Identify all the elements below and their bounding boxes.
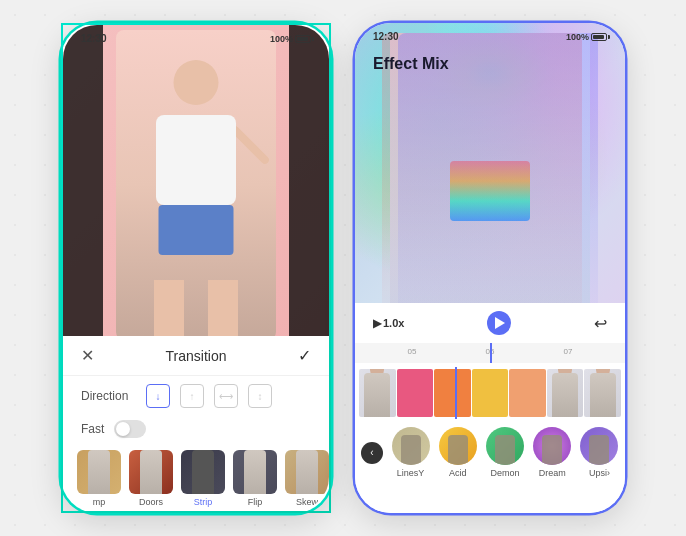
status-bar-left: 12:30 100% [63, 25, 329, 48]
person-body: NYC [156, 115, 236, 205]
battery-icon-left [295, 35, 311, 43]
controls-area-right: ▶ 1.0x ↩ 05 06 07 [355, 303, 625, 513]
prev-icon: ‹ [370, 447, 373, 458]
thumb-img-flip [233, 450, 277, 494]
person-silhouette: NYC [116, 30, 276, 340]
fast-row: Fast [63, 416, 329, 442]
person-legs-left [154, 280, 184, 340]
battery-left: 100% [270, 34, 311, 44]
thumb-label-skew: Skew [296, 497, 318, 507]
effect-thumb-demon [486, 427, 524, 465]
effect-item-upsid[interactable]: Upsi› [580, 427, 619, 478]
thumb-item-jump[interactable]: mp [77, 450, 121, 507]
timeline-cursor [490, 343, 492, 363]
effect-item-demon[interactable]: Demon [485, 427, 524, 478]
playback-row: ▶ 1.0x ↩ [355, 303, 625, 343]
eff-person-acid [448, 435, 468, 465]
thumbnails-strip: mp Doors Strip [63, 442, 329, 513]
video-area-left: NYC [63, 25, 329, 345]
speed-badge[interactable]: ▶ 1.0x [373, 317, 404, 330]
mini-person-doors [140, 450, 162, 494]
thumb-img-doors [129, 450, 173, 494]
direction-down-btn[interactable]: ↓ [146, 384, 170, 408]
eff-person-linesy [401, 435, 421, 465]
thumb-item-strip[interactable]: Strip [181, 450, 225, 507]
direction-right-btn[interactable]: ↕ [248, 384, 272, 408]
effect-label-demon: Demon [491, 468, 520, 478]
controls-area-left: ✕ Transition ✓ Direction ↓ ↑ ⟷ ↕ Fast [63, 336, 329, 511]
direction-left-btn[interactable]: ⟷ [214, 384, 238, 408]
fast-label: Fast [81, 422, 104, 436]
phones-container: 12:30 100% NYC [61, 23, 625, 513]
timeline-row: 05 06 07 [355, 343, 625, 367]
effect-item-linesy[interactable]: LinesY [391, 427, 430, 478]
person-legs-right [208, 280, 238, 340]
video-background: NYC [63, 25, 329, 345]
film-mini-person-2 [552, 373, 578, 417]
play-icon [495, 317, 505, 329]
effect-item-dream[interactable]: Dream [533, 427, 572, 478]
undo-icon[interactable]: ↩ [594, 314, 607, 333]
eff-person-dream [542, 435, 562, 465]
transition-title: Transition [166, 348, 227, 364]
effect-thumb-acid [439, 427, 477, 465]
mini-person-strip [192, 450, 214, 494]
effects-row: ‹ LinesY Acid [355, 419, 625, 486]
confirm-icon[interactable]: ✓ [298, 346, 311, 365]
play-button[interactable] [487, 311, 511, 335]
filmstrip-row[interactable] [355, 367, 625, 419]
eff-person-demon [495, 435, 515, 465]
effects-prev-btn[interactable]: ‹ [361, 442, 383, 464]
play-triangle-icon: ▶ [373, 317, 381, 330]
thumb-label-flip: Flip [248, 497, 263, 507]
film-frame-2 [397, 369, 434, 417]
effect-item-acid[interactable]: Acid [438, 427, 477, 478]
film-mini-person-3 [590, 373, 616, 417]
film-frame-1 [359, 369, 396, 417]
effect-thumb-upsid [580, 427, 618, 465]
thumb-label-jump: mp [93, 497, 106, 507]
effect-title-bar: Effect Mix [373, 43, 607, 73]
transition-header: ✕ Transition ✓ [63, 336, 329, 376]
eff-person-upsid [589, 435, 609, 465]
effect-label-upsid: Upsi› [589, 468, 610, 478]
film-mini-person-1 [364, 373, 390, 417]
marker-05: 05 [408, 347, 417, 356]
battery-right: 100% [566, 32, 607, 42]
direction-row: Direction ↓ ↑ ⟷ ↕ [63, 376, 329, 416]
thumb-img-strip [181, 450, 225, 494]
mini-person-skew [296, 450, 318, 494]
time-right: 12:30 [373, 31, 399, 42]
person-shorts [159, 205, 234, 255]
direction-up-btn[interactable]: ↑ [180, 384, 204, 408]
speed-value: 1.0x [383, 317, 404, 329]
effect-thumb-linesy [392, 427, 430, 465]
thumb-label-doors: Doors [139, 497, 163, 507]
page-title-right: Effect Mix [373, 55, 607, 73]
effect-label-acid: Acid [449, 468, 467, 478]
thumb-item-flip[interactable]: Flip [233, 450, 277, 507]
phone-left: 12:30 100% NYC [61, 23, 331, 513]
thumb-img-skew [285, 450, 329, 494]
effect-label-dream: Dream [539, 468, 566, 478]
mini-person-jump [88, 450, 110, 494]
shirt-colors [450, 161, 530, 221]
thumb-item-skew[interactable]: Skew [285, 450, 329, 507]
phone-right: 12:30 100% Effect Mix [355, 23, 625, 513]
thumb-label-strip: Strip [194, 497, 213, 507]
film-frame-7 [584, 369, 621, 417]
cancel-icon[interactable]: ✕ [81, 346, 94, 365]
fast-toggle[interactable] [114, 420, 146, 438]
filmstrip-cursor [455, 367, 457, 419]
thumb-item-doors[interactable]: Doors [129, 450, 173, 507]
timeline-track[interactable]: 05 06 07 [355, 343, 625, 363]
film-frame-6 [547, 369, 584, 417]
film-frame-5 [509, 369, 546, 417]
direction-label: Direction [81, 389, 136, 403]
thumb-img-jump [77, 450, 121, 494]
person-head [174, 60, 219, 105]
effect-label-linesy: LinesY [397, 468, 425, 478]
battery-icon-right [591, 33, 607, 41]
marker-07: 07 [564, 347, 573, 356]
mini-person-flip [244, 450, 266, 494]
